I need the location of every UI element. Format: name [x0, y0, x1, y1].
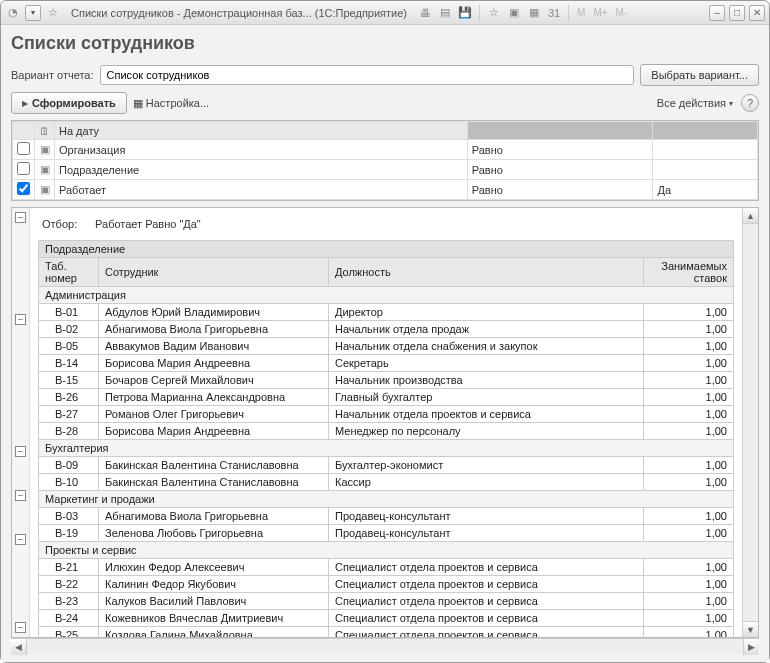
- group-row[interactable]: Администрация: [39, 287, 734, 304]
- save-icon[interactable]: 💾: [457, 5, 473, 21]
- table-row[interactable]: В-14Борисова Мария АндреевнаСекретарь1,0…: [39, 355, 734, 372]
- table-row[interactable]: В-15Бочаров Сергей МихайловичНачальник п…: [39, 372, 734, 389]
- clipboard-icon[interactable]: ▣: [506, 5, 522, 21]
- table-row[interactable]: В-10Бакинская Валентина СтаниславовнаКас…: [39, 474, 734, 491]
- group-row[interactable]: Бухгалтерия: [39, 440, 734, 457]
- help-button[interactable]: ?: [741, 94, 759, 112]
- filter-field[interactable]: Организация: [55, 140, 468, 160]
- collapse-toggle[interactable]: –: [15, 534, 26, 545]
- scroll-down-button[interactable]: ▼: [743, 621, 758, 637]
- vertical-scrollbar[interactable]: ▲ ▼: [742, 208, 758, 637]
- table-row[interactable]: В-05Аввакумов Вадим ИвановичНачальник от…: [39, 338, 734, 355]
- table-row[interactable]: В-01Абдулов Юрий ВладимировичДиректор1,0…: [39, 304, 734, 321]
- app-logo-icon: ◔: [5, 5, 21, 21]
- maximize-button[interactable]: □: [729, 5, 745, 21]
- memory-mminus-button[interactable]: M-: [614, 7, 630, 18]
- filter-condition[interactable]: Равно: [467, 140, 653, 160]
- calendar-icon[interactable]: 31: [546, 5, 562, 21]
- outline-gutter: – – – – – –: [12, 208, 30, 637]
- filter-checkbox[interactable]: [17, 142, 30, 155]
- group-row[interactable]: Маркетинг и продажи: [39, 491, 734, 508]
- cell-tab: В-28: [39, 423, 99, 440]
- variant-input[interactable]: [100, 65, 635, 85]
- close-button[interactable]: ✕: [749, 5, 765, 21]
- cell-pos: Секретарь: [329, 355, 644, 372]
- table-row[interactable]: В-26Петрова Марианна АлександровнаГлавны…: [39, 389, 734, 406]
- cell-pos: Продавец-консультант: [329, 525, 644, 542]
- cell-emp: Абдулов Юрий Владимирович: [99, 304, 329, 321]
- filter-checkbox[interactable]: [17, 162, 30, 175]
- filter-summary-text: Работает Равно "Да": [95, 218, 201, 230]
- filter-checkbox[interactable]: [17, 182, 30, 195]
- memory-m-button[interactable]: M: [575, 7, 587, 18]
- cell-tab: В-01: [39, 304, 99, 321]
- filter-header-icon: 🗓: [35, 122, 55, 140]
- cell-tab: В-23: [39, 593, 99, 610]
- dropdown-button[interactable]: ▾: [25, 5, 41, 21]
- cell-pos: Начальник производства: [329, 372, 644, 389]
- cell-rate: 1,00: [644, 406, 734, 423]
- collapse-toggle[interactable]: –: [15, 314, 26, 325]
- settings-link[interactable]: ▦ Настройка...: [133, 97, 209, 110]
- cell-emp: Кожевников Вячеслав Дмитриевич: [99, 610, 329, 627]
- filter-field[interactable]: Работает: [55, 180, 468, 200]
- filter-condition[interactable]: Равно: [467, 180, 653, 200]
- cell-rate: 1,00: [644, 474, 734, 491]
- titlebar: ◔ ▾ ☆ Списки сотрудников - Демонстрацион…: [1, 1, 769, 25]
- scroll-up-button[interactable]: ▲: [743, 208, 758, 224]
- collapse-toggle[interactable]: –: [15, 622, 26, 633]
- collapse-toggle[interactable]: –: [15, 490, 26, 501]
- col-emp: Сотрудник: [99, 258, 329, 287]
- table-row[interactable]: В-22Калинин Федор ЯкубовичСпециалист отд…: [39, 576, 734, 593]
- filter-value[interactable]: [653, 140, 758, 160]
- table-row[interactable]: В-02Абнагимова Виола ГригорьевнаНачальни…: [39, 321, 734, 338]
- horizontal-scrollbar[interactable]: ◀ ▶: [11, 638, 759, 654]
- table-row[interactable]: В-21Илюхин Федор АлексеевичСпециалист от…: [39, 559, 734, 576]
- scroll-track[interactable]: [743, 224, 758, 621]
- calculator-icon[interactable]: ▦: [526, 5, 542, 21]
- filter-value[interactable]: [653, 160, 758, 180]
- form-button[interactable]: ▶ Сформировать: [11, 92, 127, 114]
- collapse-toggle[interactable]: –: [15, 212, 26, 223]
- scroll-left-button[interactable]: ◀: [11, 639, 27, 655]
- table-row[interactable]: В-23Калуков Василий ПавловичСпециалист о…: [39, 593, 734, 610]
- cell-pos: Кассир: [329, 474, 644, 491]
- filter-header-value: [653, 122, 758, 140]
- cell-rate: 1,00: [644, 525, 734, 542]
- chevron-down-icon: ▾: [729, 99, 733, 108]
- filter-condition[interactable]: Равно: [467, 160, 653, 180]
- cell-rate: 1,00: [644, 576, 734, 593]
- cell-emp: Петрова Марианна Александровна: [99, 389, 329, 406]
- cell-pos: Специалист отдела проектов и сервиса: [329, 593, 644, 610]
- filter-value[interactable]: Да: [653, 180, 758, 200]
- preview-icon[interactable]: ▤: [437, 5, 453, 21]
- table-row[interactable]: В-03Абнагимова Виола ГригорьевнаПродавец…: [39, 508, 734, 525]
- cell-rate: 1,00: [644, 627, 734, 638]
- choose-variant-button[interactable]: Выбрать вариант...: [640, 64, 759, 86]
- table-row[interactable]: В-24Кожевников Вячеслав ДмитриевичСпециа…: [39, 610, 734, 627]
- cell-pos: Менеджер по персоналу: [329, 423, 644, 440]
- collapse-toggle[interactable]: –: [15, 446, 26, 457]
- memory-mplus-button[interactable]: M+: [591, 7, 609, 18]
- table-row[interactable]: В-27Романов Олег ГригорьевичНачальник от…: [39, 406, 734, 423]
- table-row[interactable]: В-19Зеленова Любовь ГригорьевнаПродавец-…: [39, 525, 734, 542]
- cell-tab: В-26: [39, 389, 99, 406]
- table-row[interactable]: В-25Козлова Галина МихайловнаСпециалист …: [39, 627, 734, 638]
- filter-field[interactable]: Подразделение: [55, 160, 468, 180]
- cell-emp: Романов Олег Григорьевич: [99, 406, 329, 423]
- cell-pos: Специалист отдела проектов и сервиса: [329, 576, 644, 593]
- filter-header-check: [13, 122, 35, 140]
- print-icon[interactable]: 🖶: [417, 5, 433, 21]
- table-row[interactable]: В-28Борисова Мария АндреевнаМенеджер по …: [39, 423, 734, 440]
- favorite-icon[interactable]: ☆: [486, 5, 502, 21]
- minimize-button[interactable]: –: [709, 5, 725, 21]
- col-tab: Таб. номер: [39, 258, 99, 287]
- all-actions-menu[interactable]: Все действия ▾: [657, 97, 733, 109]
- cell-rate: 1,00: [644, 338, 734, 355]
- scroll-right-button[interactable]: ▶: [743, 639, 759, 655]
- group-row[interactable]: Проекты и сервис: [39, 542, 734, 559]
- star-icon[interactable]: ☆: [45, 5, 61, 21]
- filter-row: ▣РаботаетРавноДа: [13, 180, 758, 200]
- table-row[interactable]: В-09Бакинская Валентина СтаниславовнаБух…: [39, 457, 734, 474]
- filters-panel: 🗓 На дату ▣ОрганизацияРавно▣Подразделени…: [11, 120, 759, 201]
